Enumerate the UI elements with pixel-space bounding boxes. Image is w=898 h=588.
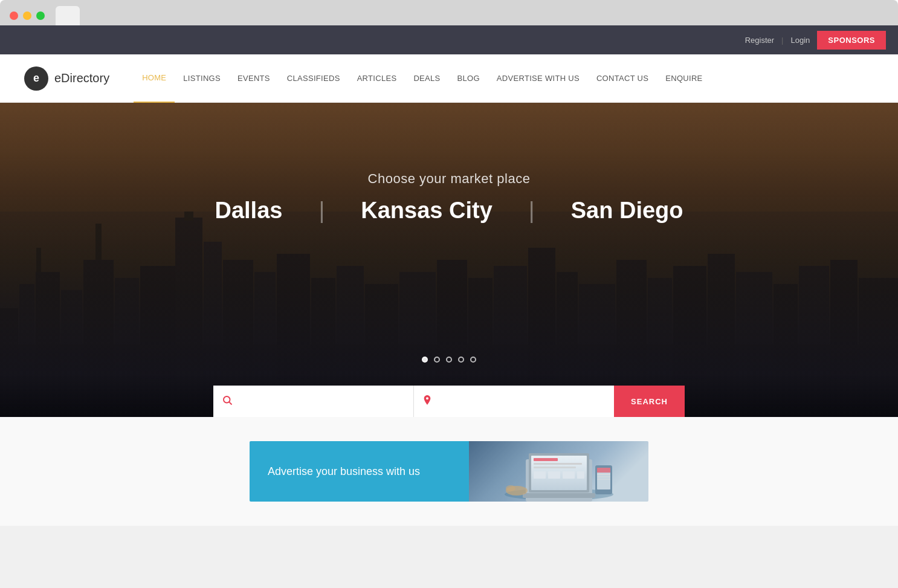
hero-dots: [422, 357, 476, 363]
hero-city-dallas[interactable]: Dallas: [215, 198, 282, 224]
location-icon: [422, 394, 432, 409]
advertise-section: Advertise your business with us: [0, 417, 898, 526]
laptop-svg: [499, 441, 619, 502]
hero-section: Choose your market place Dallas | Kansas…: [0, 103, 898, 417]
svg-rect-49: [523, 493, 595, 498]
svg-rect-48: [577, 471, 584, 479]
advertise-blue-panel: Advertise your business with us: [250, 441, 469, 502]
browser-dot-yellow[interactable]: [23, 11, 31, 20]
register-link[interactable]: Register: [745, 36, 774, 45]
top-bar: Register | Login SPONSORS: [0, 25, 898, 54]
location-input[interactable]: [437, 396, 606, 406]
advertise-card: Advertise your business with us: [250, 441, 648, 502]
browser-dot-green[interactable]: [36, 11, 45, 20]
svg-rect-43: [534, 463, 582, 465]
svg-rect-55: [597, 479, 610, 480]
svg-point-36: [224, 396, 230, 403]
svg-rect-44: [534, 467, 576, 468]
nav-enquire[interactable]: ENQUIRE: [657, 54, 711, 103]
advertise-image-panel: [469, 441, 648, 502]
hero-dot-3[interactable]: [446, 357, 452, 363]
hero-dot-2[interactable]: [434, 357, 440, 363]
keyword-input[interactable]: [237, 396, 405, 406]
logo-icon: e: [24, 66, 48, 91]
hero-city-kansas[interactable]: Kansas City: [361, 198, 493, 224]
login-link[interactable]: Login: [791, 36, 810, 45]
svg-rect-53: [597, 474, 610, 475]
search-input-wrap: [213, 386, 414, 417]
nav-deals[interactable]: DEALS: [405, 54, 448, 103]
main-nav: HOME LISTINGS EVENTS CLASSIFIEDS ARTICLE…: [134, 54, 711, 103]
hero-overlay: [0, 103, 898, 417]
svg-line-37: [229, 402, 231, 404]
svg-rect-42: [534, 458, 558, 461]
logo-letter: e: [33, 72, 39, 85]
nav-home[interactable]: HOME: [134, 54, 175, 103]
svg-rect-54: [597, 476, 610, 477]
hero-dot-4[interactable]: [458, 357, 464, 363]
search-bar-container: SEARCH: [0, 373, 898, 417]
logo[interactable]: e eDirectory: [24, 66, 109, 91]
svg-rect-46: [548, 471, 560, 479]
browser-tab[interactable]: [56, 6, 80, 25]
hero-content: Choose your market place Dallas | Kansas…: [0, 171, 898, 224]
svg-point-57: [506, 485, 515, 491]
divider: |: [781, 36, 783, 45]
logo-name: eDirectory: [54, 71, 109, 85]
nav-contact[interactable]: CONTACT US: [588, 54, 657, 103]
page-wrapper: Register | Login SPONSORS e eDirectory H…: [0, 0, 898, 526]
svg-rect-45: [534, 471, 546, 479]
browser-chrome: [0, 0, 898, 25]
header: e eDirectory HOME LISTINGS EVENTS CLASSI…: [0, 54, 898, 103]
hero-subtitle: Choose your market place: [0, 171, 898, 187]
nav-events[interactable]: EVENTS: [229, 54, 279, 103]
hero-dot-1[interactable]: [422, 357, 428, 363]
search-bar: SEARCH: [213, 386, 685, 417]
browser-dot-red[interactable]: [10, 11, 18, 20]
advertise-text: Advertise your business with us: [268, 465, 420, 478]
nav-articles[interactable]: ARTICLES: [349, 54, 405, 103]
hero-dot-5[interactable]: [470, 357, 476, 363]
nav-blog[interactable]: BLOG: [449, 54, 488, 103]
nav-listings[interactable]: LISTINGS: [175, 54, 229, 103]
svg-rect-52: [597, 468, 610, 473]
search-button[interactable]: SEARCH: [614, 386, 685, 417]
hero-cities: Dallas | Kansas City | San Diego: [0, 198, 898, 224]
hero-city-divider-2: |: [529, 198, 535, 224]
search-icon: [222, 395, 233, 409]
nav-advertise[interactable]: ADVERTISE WITH US: [488, 54, 588, 103]
nav-classifieds[interactable]: CLASSIFIEDS: [279, 54, 349, 103]
hero-city-sandiego[interactable]: San Diego: [571, 198, 683, 224]
location-input-wrap: [414, 386, 614, 417]
hero-city-divider-1: |: [318, 198, 325, 224]
sponsors-button[interactable]: SPONSORS: [817, 31, 886, 50]
svg-rect-47: [563, 471, 575, 479]
